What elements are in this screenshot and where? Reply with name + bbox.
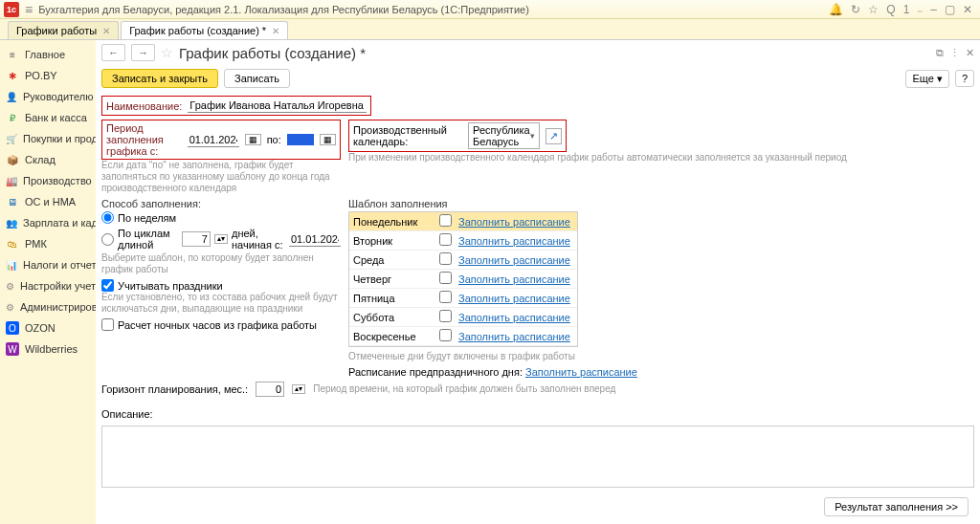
search-icon[interactable]: Q [886,3,895,16]
day-name: Четверг [353,273,439,285]
bell-icon[interactable]: 🔔 [829,3,843,16]
sidebar-item[interactable]: ≡Главное [0,44,96,65]
calendar-icon[interactable]: ▦ [320,134,336,145]
fill-schedule-link[interactable]: Заполнить расписание [458,293,570,304]
sidebar-item[interactable]: OOZON [0,317,96,338]
sidebar-icon: 🛒 [6,132,17,145]
calendar-label: Производственный календарь: [353,124,462,147]
favorite-icon[interactable]: ☆ [161,45,173,60]
star-icon[interactable]: ☆ [868,3,879,16]
day-checkbox[interactable] [439,233,452,246]
sidebar-item-label: Настройки учета [20,280,101,292]
close-icon[interactable]: ✕ [272,26,279,36]
description-textarea[interactable] [101,426,974,488]
tab-schedules-list[interactable]: Графики работы✕ [8,21,119,39]
fill-schedule-link[interactable]: Заполнить расписание [458,331,570,342]
night-hours-check[interactable]: Расчет ночных часов из графика работы [101,318,341,331]
sidebar-item[interactable]: 📦Склад [0,149,96,170]
by-cycles-radio[interactable]: По циклам длиной ▴▾ дней, начиная с: [101,228,341,251]
sidebar-item[interactable]: 🛍РМК [0,233,96,254]
day-checkbox[interactable] [439,310,452,322]
history-icon[interactable]: ↻ [851,3,860,16]
tab-schedule-create[interactable]: График работы (создание) *✕ [121,21,288,39]
sidebar-item[interactable]: ₽Банк и касса [0,107,96,128]
sidebar-item[interactable]: 📊Налоги и отчетность [0,254,96,275]
sidebar-item[interactable]: WWildberries [0,338,96,360]
day-row[interactable]: СредаЗаполнить расписание [349,251,577,270]
day-row[interactable]: ПонедельникЗаполнить расписание [349,212,577,231]
sidebar-item[interactable]: 🖥ОС и НМА [0,191,96,212]
fill-schedule-link[interactable]: Заполнить расписание [458,273,570,285]
sidebar-item[interactable]: 🏭Производство [0,170,96,191]
calendar-dropdown[interactable]: Республика Беларусь ▾ [468,122,540,149]
holidays-hint: Если установлено, то из состава рабочих … [101,292,341,315]
hamburger-icon[interactable]: ≡ [25,2,33,17]
day-checkbox[interactable] [439,291,452,303]
sidebar-icon: ₽ [6,111,19,124]
name-label: Наименование: [106,100,182,112]
result-button[interactable]: Результат заполнения >> [824,497,969,516]
day-checkbox[interactable] [439,214,452,227]
fill-schedule-link[interactable]: Заполнить расписание [458,254,570,266]
spinner-icon[interactable]: ▴▾ [214,234,228,244]
cycle-date-input[interactable] [289,232,341,247]
day-row[interactable]: ВторникЗаполнить расписание [349,231,577,251]
sidebar-item[interactable]: 👤Руководителю [0,86,96,107]
save-close-button[interactable]: Записать и закрыть [101,69,218,88]
by-weeks-radio[interactable]: По неделям [101,211,341,224]
day-row[interactable]: СубботаЗаполнить расписание [349,308,577,327]
name-input[interactable] [188,98,367,113]
sidebar-item-label: РМК [25,238,47,250]
close-icon[interactable]: ✕ [963,3,972,16]
fill-schedule-link[interactable]: Заполнить расписание [458,235,570,247]
day-checkbox[interactable] [439,329,452,341]
sidebar-item[interactable]: ⚙Администрирование [0,296,96,317]
period-hint: Если дата "по" не заполнена, график буде… [101,160,341,194]
holidays-check[interactable]: Учитывать праздники [101,279,341,292]
day-row[interactable]: ПятницаЗаполнить расписание [349,289,577,308]
day-name: Суббота [353,312,439,323]
fill-schedule-link[interactable]: Заполнить расписание [458,312,570,323]
cycle-length-input[interactable] [182,231,211,247]
horizon-input[interactable] [256,382,284,397]
minimize-icon[interactable]: – [930,3,937,16]
sidebar-item-label: Склад [25,154,56,165]
close-icon[interactable]: ✕ [102,26,110,36]
link-icon[interactable]: ⧉ [936,47,944,59]
day-row[interactable]: ВоскресеньеЗаполнить расписание [349,327,577,346]
sidebar-icon: 📊 [6,258,17,272]
fill-schedule-link[interactable]: Заполнить расписание [458,216,570,228]
sidebar-icon: 🛍 [6,237,19,251]
day-checkbox[interactable] [439,252,452,265]
maximize-icon[interactable]: ▢ [945,3,955,16]
submenu-icon[interactable]: ₋ [917,3,923,16]
sidebar-item[interactable]: ⚙Настройки учета [0,275,96,296]
sidebar-item[interactable]: 👥Зарплата и кадры [0,212,96,233]
template-hint: Выберите шаблон, по которому будет запол… [101,252,341,275]
tabs-bar: Графики работы✕ График работы (создание)… [0,19,980,40]
day-name: Воскресенье [353,331,439,342]
preholiday-link[interactable]: Заполнить расписание [525,366,637,378]
back-button[interactable]: ← [101,44,125,61]
panel-close-icon[interactable]: ✕ [966,47,974,59]
one-icon[interactable]: 1 [903,3,910,16]
date-from-input[interactable] [188,133,239,147]
more-button[interactable]: Еще ▾ [905,70,948,88]
spinner-icon[interactable]: ▴▾ [292,384,305,394]
sidebar-item[interactable]: 🛒Покупки и продажи [0,128,96,149]
sidebar-item-label: Wildberries [25,343,78,355]
day-row[interactable]: ЧетвергЗаполнить расписание [349,270,577,289]
calendar-icon[interactable]: ▦ [245,134,261,145]
day-checkbox[interactable] [439,272,452,284]
forward-button[interactable]: → [131,44,155,61]
app-logo: 1c [4,2,19,17]
sidebar-item[interactable]: ✱PO.BY [0,65,96,86]
save-button[interactable]: Записать [224,69,290,88]
date-to-input[interactable] [287,134,314,145]
help-button[interactable]: ? [955,70,974,87]
description-label: Описание: [101,408,974,420]
sidebar-icon: O [6,321,19,335]
sidebar: ≡Главное✱PO.BY👤Руководителю₽Банк и касса… [0,40,96,524]
open-calendar-button[interactable]: ↗ [546,128,562,144]
kebab-icon[interactable]: ⋮ [949,47,960,59]
